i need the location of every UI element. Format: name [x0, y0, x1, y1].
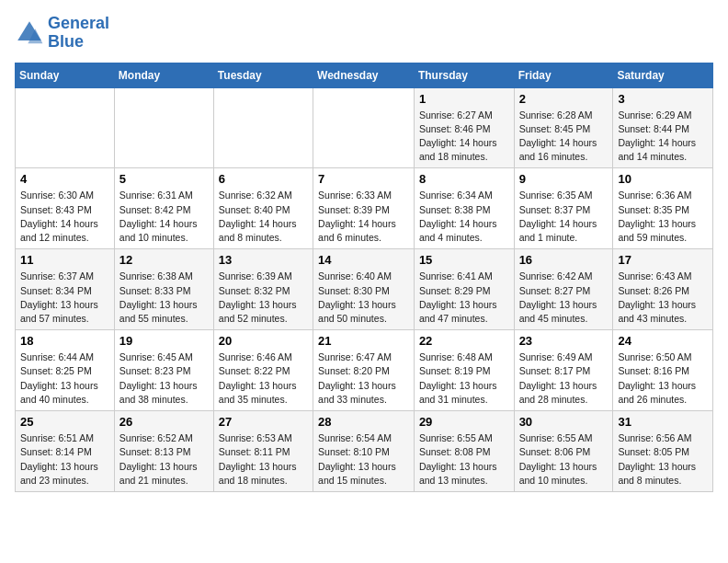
day-info: Sunrise: 6:39 AM Sunset: 8:32 PM Dayligh… — [219, 270, 308, 326]
day-info: Sunrise: 6:42 AM Sunset: 8:27 PM Dayligh… — [519, 270, 609, 326]
day-number: 20 — [219, 334, 308, 348]
calendar-cell: 12Sunrise: 6:38 AM Sunset: 8:33 PM Dayli… — [114, 249, 213, 330]
day-number: 25 — [20, 415, 109, 429]
page-container: General Blue SundayMondayTuesdayWednesda… — [15, 15, 713, 492]
day-info: Sunrise: 6:49 AM Sunset: 8:17 PM Dayligh… — [519, 350, 609, 407]
day-number: 8 — [419, 172, 509, 186]
day-number: 16 — [519, 253, 609, 267]
calendar-cell — [313, 87, 415, 168]
calendar-cell — [16, 87, 115, 168]
day-number: 15 — [419, 253, 509, 267]
calendar-cell: 27Sunrise: 6:53 AM Sunset: 8:11 PM Dayli… — [213, 411, 313, 492]
day-info: Sunrise: 6:52 AM Sunset: 8:13 PM Dayligh… — [119, 431, 209, 488]
calendar-cell: 14Sunrise: 6:40 AM Sunset: 8:30 PM Dayli… — [313, 249, 415, 330]
week-row-4: 25Sunrise: 6:51 AM Sunset: 8:14 PM Dayli… — [16, 411, 713, 492]
day-number: 5 — [119, 172, 209, 186]
header-row: SundayMondayTuesdayWednesdayThursdayFrid… — [16, 63, 713, 87]
day-number: 11 — [20, 253, 109, 267]
day-info: Sunrise: 6:32 AM Sunset: 8:40 PM Dayligh… — [219, 189, 308, 245]
day-number: 28 — [318, 415, 409, 429]
day-info: Sunrise: 6:51 AM Sunset: 8:14 PM Dayligh… — [20, 431, 109, 488]
calendar-cell: 18Sunrise: 6:44 AM Sunset: 8:25 PM Dayli… — [16, 330, 115, 411]
day-info: Sunrise: 6:29 AM Sunset: 8:44 PM Dayligh… — [618, 109, 708, 165]
calendar-cell: 9Sunrise: 6:35 AM Sunset: 8:37 PM Daylig… — [514, 168, 613, 249]
week-row-2: 11Sunrise: 6:37 AM Sunset: 8:34 PM Dayli… — [16, 249, 713, 330]
day-info: Sunrise: 6:56 AM Sunset: 8:05 PM Dayligh… — [618, 431, 708, 488]
day-info: Sunrise: 6:28 AM Sunset: 8:45 PM Dayligh… — [519, 109, 609, 165]
day-number: 6 — [219, 172, 308, 186]
logo: General Blue — [15, 15, 109, 52]
day-info: Sunrise: 6:41 AM Sunset: 8:29 PM Dayligh… — [419, 270, 509, 326]
day-info: Sunrise: 6:54 AM Sunset: 8:10 PM Dayligh… — [318, 431, 409, 488]
calendar-cell: 24Sunrise: 6:50 AM Sunset: 8:16 PM Dayli… — [613, 330, 713, 411]
calendar-cell: 25Sunrise: 6:51 AM Sunset: 8:14 PM Dayli… — [16, 411, 115, 492]
logo-icon — [15, 18, 44, 48]
day-number: 7 — [318, 172, 409, 186]
day-number: 1 — [419, 92, 509, 106]
day-number: 13 — [219, 253, 308, 267]
day-info: Sunrise: 6:38 AM Sunset: 8:33 PM Dayligh… — [119, 270, 209, 326]
day-info: Sunrise: 6:27 AM Sunset: 8:46 PM Dayligh… — [419, 109, 509, 165]
day-info: Sunrise: 6:37 AM Sunset: 8:34 PM Dayligh… — [20, 270, 109, 326]
calendar-cell: 23Sunrise: 6:49 AM Sunset: 8:17 PM Dayli… — [514, 330, 613, 411]
calendar-cell: 21Sunrise: 6:47 AM Sunset: 8:20 PM Dayli… — [313, 330, 415, 411]
day-info: Sunrise: 6:55 AM Sunset: 8:08 PM Dayligh… — [419, 431, 509, 488]
calendar-cell: 30Sunrise: 6:55 AM Sunset: 8:06 PM Dayli… — [514, 411, 613, 492]
header-day-saturday: Saturday — [613, 63, 713, 87]
day-info: Sunrise: 6:43 AM Sunset: 8:26 PM Dayligh… — [618, 270, 708, 326]
header-day-tuesday: Tuesday — [213, 63, 313, 87]
calendar-cell: 28Sunrise: 6:54 AM Sunset: 8:10 PM Dayli… — [313, 411, 415, 492]
day-number: 4 — [20, 172, 109, 186]
day-info: Sunrise: 6:36 AM Sunset: 8:35 PM Dayligh… — [618, 189, 708, 245]
calendar-cell: 31Sunrise: 6:56 AM Sunset: 8:05 PM Dayli… — [613, 411, 713, 492]
day-number: 31 — [618, 415, 708, 429]
day-info: Sunrise: 6:33 AM Sunset: 8:39 PM Dayligh… — [318, 189, 409, 245]
calendar-cell: 7Sunrise: 6:33 AM Sunset: 8:39 PM Daylig… — [313, 168, 415, 249]
day-number: 23 — [519, 334, 609, 348]
header-day-sunday: Sunday — [16, 63, 115, 87]
day-number: 10 — [618, 172, 708, 186]
calendar-cell: 1Sunrise: 6:27 AM Sunset: 8:46 PM Daylig… — [414, 87, 514, 168]
calendar-cell: 17Sunrise: 6:43 AM Sunset: 8:26 PM Dayli… — [613, 249, 713, 330]
day-number: 26 — [119, 415, 209, 429]
calendar-cell: 19Sunrise: 6:45 AM Sunset: 8:23 PM Dayli… — [114, 330, 213, 411]
calendar-cell: 15Sunrise: 6:41 AM Sunset: 8:29 PM Dayli… — [414, 249, 514, 330]
day-info: Sunrise: 6:50 AM Sunset: 8:16 PM Dayligh… — [618, 350, 708, 407]
week-row-1: 4Sunrise: 6:30 AM Sunset: 8:43 PM Daylig… — [16, 168, 713, 249]
calendar-cell: 20Sunrise: 6:46 AM Sunset: 8:22 PM Dayli… — [213, 330, 313, 411]
calendar-cell: 13Sunrise: 6:39 AM Sunset: 8:32 PM Dayli… — [213, 249, 313, 330]
day-number: 21 — [318, 334, 409, 348]
calendar-cell: 6Sunrise: 6:32 AM Sunset: 8:40 PM Daylig… — [213, 168, 313, 249]
logo-text: General Blue — [48, 15, 109, 52]
day-number: 27 — [219, 415, 308, 429]
day-info: Sunrise: 6:55 AM Sunset: 8:06 PM Dayligh… — [519, 431, 609, 488]
week-row-0: 1Sunrise: 6:27 AM Sunset: 8:46 PM Daylig… — [16, 87, 713, 168]
day-info: Sunrise: 6:34 AM Sunset: 8:38 PM Dayligh… — [419, 189, 509, 245]
header-day-friday: Friday — [514, 63, 613, 87]
day-info: Sunrise: 6:31 AM Sunset: 8:42 PM Dayligh… — [119, 189, 209, 245]
day-number: 17 — [618, 253, 708, 267]
day-number: 9 — [519, 172, 609, 186]
calendar-table: SundayMondayTuesdayWednesdayThursdayFrid… — [15, 63, 713, 492]
calendar-cell: 26Sunrise: 6:52 AM Sunset: 8:13 PM Dayli… — [114, 411, 213, 492]
day-number: 12 — [119, 253, 209, 267]
day-info: Sunrise: 6:44 AM Sunset: 8:25 PM Dayligh… — [20, 350, 109, 407]
day-info: Sunrise: 6:40 AM Sunset: 8:30 PM Dayligh… — [318, 270, 409, 326]
day-number: 24 — [618, 334, 708, 348]
calendar-cell — [114, 87, 213, 168]
day-number: 22 — [419, 334, 509, 348]
header-day-thursday: Thursday — [414, 63, 514, 87]
calendar-cell: 11Sunrise: 6:37 AM Sunset: 8:34 PM Dayli… — [16, 249, 115, 330]
day-number: 19 — [119, 334, 209, 348]
calendar-cell: 22Sunrise: 6:48 AM Sunset: 8:19 PM Dayli… — [414, 330, 514, 411]
header: General Blue — [15, 15, 713, 52]
calendar-cell: 3Sunrise: 6:29 AM Sunset: 8:44 PM Daylig… — [613, 87, 713, 168]
day-number: 29 — [419, 415, 509, 429]
header-day-monday: Monday — [114, 63, 213, 87]
calendar-cell: 16Sunrise: 6:42 AM Sunset: 8:27 PM Dayli… — [514, 249, 613, 330]
calendar-cell: 2Sunrise: 6:28 AM Sunset: 8:45 PM Daylig… — [514, 87, 613, 168]
calendar-cell: 8Sunrise: 6:34 AM Sunset: 8:38 PM Daylig… — [414, 168, 514, 249]
day-number: 30 — [519, 415, 609, 429]
calendar-cell: 29Sunrise: 6:55 AM Sunset: 8:08 PM Dayli… — [414, 411, 514, 492]
day-number: 3 — [618, 92, 708, 106]
